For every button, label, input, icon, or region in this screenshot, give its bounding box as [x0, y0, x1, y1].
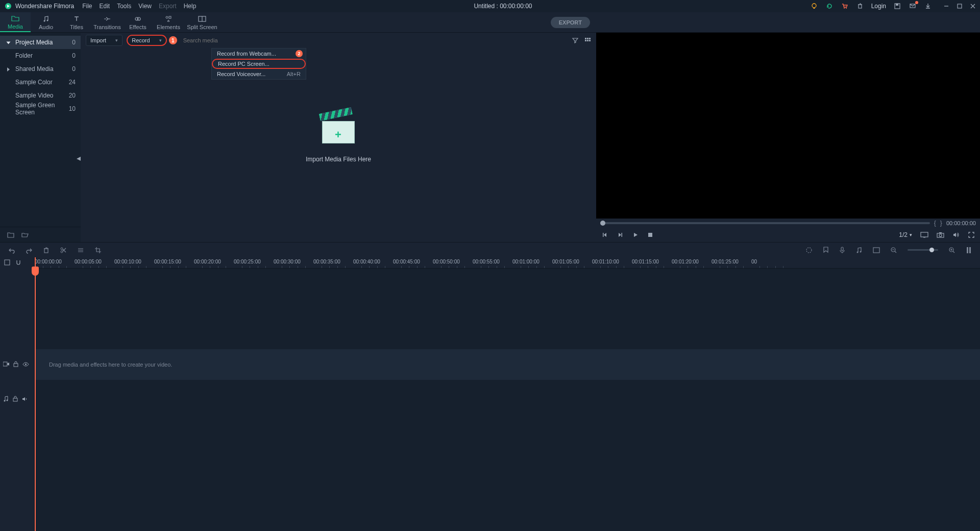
- sidebar-item-sample-video[interactable]: Sample Video20: [0, 89, 81, 102]
- menu-view[interactable]: View: [138, 3, 152, 10]
- save-icon[interactable]: [893, 2, 901, 10]
- lock-icon[interactable]: [13, 361, 18, 367]
- svg-rect-48: [13, 398, 17, 401]
- ruler-tick: 00:00:55:00: [473, 259, 500, 264]
- svg-rect-30: [44, 249, 48, 253]
- menu-edit[interactable]: Edit: [100, 3, 110, 10]
- svg-point-33: [806, 248, 812, 253]
- message-icon[interactable]: [909, 2, 917, 10]
- crop-icon[interactable]: [94, 247, 102, 254]
- tab-elements[interactable]: Elements: [153, 12, 184, 32]
- sidebar-collapse-icon[interactable]: ◀: [77, 153, 81, 163]
- marker-icon[interactable]: [823, 247, 829, 254]
- play-icon[interactable]: [632, 231, 639, 238]
- sidebar-item-shared-media[interactable]: Shared Media0: [0, 62, 81, 76]
- sidebar-item-sample-color[interactable]: Sample Color24: [0, 76, 81, 89]
- media-sidebar: Project Media0Folder0Shared Media0Sample…: [0, 33, 81, 242]
- tab-split-screen[interactable]: Split Screen: [184, 12, 220, 32]
- delete-icon[interactable]: [43, 247, 50, 254]
- close-button[interactable]: [970, 3, 976, 9]
- split-icon[interactable]: [60, 247, 67, 254]
- sidebar-item-project-media[interactable]: Project Media0: [0, 36, 81, 49]
- audio-track-header: [0, 393, 34, 404]
- snapshot-icon[interactable]: [937, 232, 944, 238]
- download-icon[interactable]: [924, 2, 932, 10]
- video-track[interactable]: Drag media and effects here to create yo…: [35, 349, 980, 380]
- svg-point-32: [61, 251, 63, 253]
- stop-icon[interactable]: [647, 232, 653, 238]
- render-icon[interactable]: [805, 247, 813, 254]
- audio-track-icon[interactable]: [3, 396, 9, 402]
- filter-icon[interactable]: [572, 37, 579, 44]
- tab-transitions[interactable]: Transitions: [92, 12, 122, 32]
- audio-track[interactable]: [35, 384, 980, 415]
- export-button[interactable]: EXPORT: [551, 17, 590, 28]
- record-menu-record-from-webcam[interactable]: Record from Webcam...2: [212, 49, 306, 59]
- zoom-out-icon[interactable]: [890, 247, 897, 254]
- tab-titles[interactable]: Titles: [61, 12, 92, 32]
- shortcut-label: Alt+R: [287, 71, 301, 77]
- tab-effects[interactable]: Effects: [122, 12, 153, 32]
- tracks-area[interactable]: 00:00:00:0000:00:05:0000:00:10:0000:00:1…: [35, 257, 980, 531]
- preview-quality-dropdown[interactable]: 1/2 ▾: [899, 231, 912, 238]
- record-menu-record-pc-screen[interactable]: Record PC Screen...: [212, 59, 306, 69]
- display-icon[interactable]: [920, 232, 928, 238]
- svg-rect-25: [648, 233, 652, 237]
- snap-icon[interactable]: [15, 259, 21, 266]
- zoom-slider[interactable]: [908, 249, 938, 251]
- new-folder-icon[interactable]: [7, 232, 14, 238]
- app-name: Wondershare Filmora: [15, 3, 74, 10]
- zoom-fit-icon[interactable]: [966, 247, 972, 254]
- titlebar-right: Login: [810, 2, 976, 10]
- redo-icon[interactable]: [26, 247, 33, 254]
- voiceover-icon[interactable]: [839, 247, 845, 254]
- next-frame-icon[interactable]: [617, 231, 624, 238]
- lock-icon[interactable]: [13, 396, 18, 402]
- folder-open-icon[interactable]: [21, 232, 29, 238]
- video-track-icon[interactable]: [3, 361, 9, 367]
- time-ruler[interactable]: 00:00:00:0000:00:05:0000:00:10:0000:00:1…: [35, 257, 980, 269]
- tab-media[interactable]: Media: [0, 12, 31, 32]
- svg-rect-44: [14, 364, 18, 367]
- search-input[interactable]: [183, 37, 285, 43]
- seek-track[interactable]: [600, 222, 930, 224]
- svg-point-13: [137, 17, 140, 20]
- eye-icon[interactable]: [22, 362, 29, 367]
- seek-thumb[interactable]: [600, 221, 605, 226]
- trash-icon[interactable]: [856, 2, 864, 10]
- sidebar-item-sample-green-screen[interactable]: Sample Green Screen10: [0, 102, 81, 115]
- cart-icon[interactable]: [841, 2, 849, 10]
- elements-icon: [165, 15, 172, 23]
- record-dropdown[interactable]: Record ▾: [127, 35, 166, 46]
- mute-icon[interactable]: [22, 396, 28, 402]
- keyframe-icon[interactable]: [873, 247, 880, 253]
- grid-view-icon[interactable]: [584, 37, 591, 44]
- import-dropdown[interactable]: Import ▾: [86, 35, 122, 46]
- prev-frame-icon[interactable]: [601, 231, 608, 238]
- minimize-button[interactable]: [943, 3, 949, 9]
- import-drop-area[interactable]: + Import Media Files Here: [306, 112, 371, 163]
- edit-icon[interactable]: [77, 247, 84, 254]
- lightbulb-icon[interactable]: [810, 2, 818, 10]
- volume-icon[interactable]: [952, 231, 960, 238]
- bracket-right-icon[interactable]: }: [940, 220, 942, 227]
- refresh-icon[interactable]: [825, 2, 834, 10]
- menu-tools[interactable]: Tools: [117, 3, 131, 10]
- zoom-in-icon[interactable]: [948, 247, 955, 254]
- record-menu-record-voiceover[interactable]: Record Voiceover...Alt+R: [212, 69, 306, 79]
- playhead[interactable]: [35, 257, 36, 531]
- menu-file[interactable]: File: [82, 3, 92, 10]
- fullscreen-icon[interactable]: [968, 231, 975, 238]
- undo-icon[interactable]: [8, 247, 15, 254]
- audio-mix-icon[interactable]: [855, 247, 863, 254]
- sidebar-item-folder[interactable]: Folder0: [0, 49, 81, 62]
- timeline-settings-icon[interactable]: [4, 259, 10, 266]
- ruler-tick: 00:00:10:00: [114, 259, 141, 264]
- playhead-handle[interactable]: [32, 267, 39, 276]
- bracket-left-icon[interactable]: {: [934, 220, 936, 227]
- zoom-thumb[interactable]: [929, 248, 934, 252]
- maximize-button[interactable]: [957, 3, 963, 9]
- tab-audio[interactable]: Audio: [31, 12, 61, 32]
- login-link[interactable]: Login: [871, 3, 886, 10]
- menu-help[interactable]: Help: [184, 3, 197, 10]
